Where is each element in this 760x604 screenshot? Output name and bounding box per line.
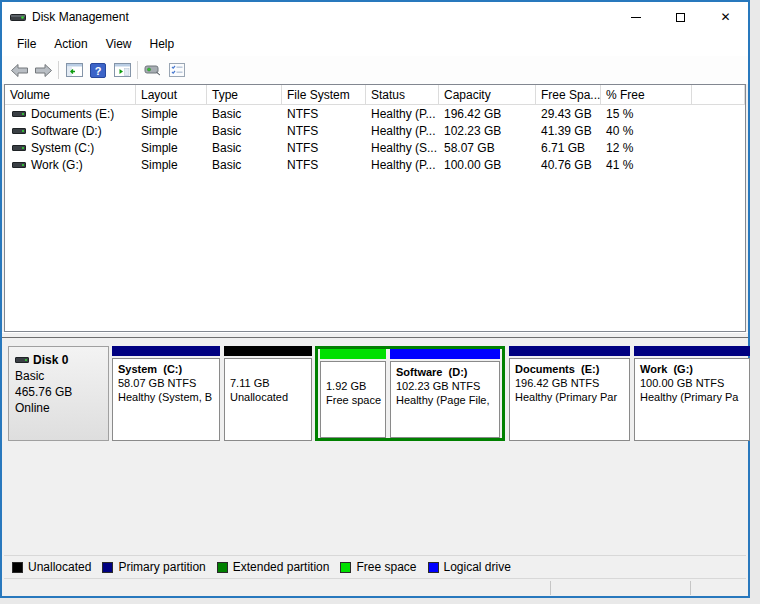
disk-drive-icon bbox=[15, 355, 29, 365]
cell-volume: System (C:) bbox=[5, 141, 136, 155]
console-tree-icon bbox=[66, 63, 83, 77]
toolbar: ? bbox=[2, 56, 748, 84]
unallocated-bar bbox=[224, 346, 312, 356]
partition-size: 7.11 GB bbox=[230, 376, 306, 390]
popup-window-button[interactable] bbox=[141, 59, 165, 81]
partition-unallocated[interactable]: 7.11 GB Unallocated bbox=[224, 346, 312, 441]
volume-drive-icon bbox=[12, 160, 26, 170]
disk0-name: Disk 0 bbox=[33, 352, 68, 368]
disk-drive-icon bbox=[10, 11, 26, 23]
cell-free-space: 29.43 GB bbox=[536, 107, 601, 121]
primary-partition-bar bbox=[509, 346, 630, 356]
menu-view[interactable]: View bbox=[97, 34, 141, 54]
partition-name: Documents (E:) bbox=[515, 362, 624, 376]
disk0-info-box[interactable]: Disk 0 Basic 465.76 GB Online bbox=[8, 346, 109, 441]
status-divider bbox=[550, 581, 551, 595]
column-header-pct-free[interactable]: % Free bbox=[601, 85, 692, 105]
disk0-size: 465.76 GB bbox=[15, 384, 102, 400]
partition-label: Free space bbox=[326, 393, 380, 407]
close-button[interactable]: ✕ bbox=[703, 2, 748, 32]
column-header-blank bbox=[692, 85, 745, 105]
title-bar: Disk Management ✕ bbox=[2, 2, 748, 32]
cell-layout: Simple bbox=[136, 141, 207, 155]
maximize-icon bbox=[676, 13, 685, 22]
toolbar-separator bbox=[58, 61, 59, 79]
cell-layout: Simple bbox=[136, 124, 207, 138]
extended-partition-swatch bbox=[217, 562, 228, 573]
column-header-status[interactable]: Status bbox=[366, 85, 439, 105]
cell-type: Basic bbox=[207, 158, 282, 172]
partition-size: 100.00 GB NTFS bbox=[640, 376, 744, 390]
cell-file-system: NTFS bbox=[282, 124, 366, 138]
popup-window-icon bbox=[144, 63, 162, 77]
column-header-volume[interactable]: Volume bbox=[5, 85, 136, 105]
cell-pct-free: 15 % bbox=[601, 107, 692, 121]
toolbar-separator bbox=[137, 61, 138, 79]
partition-status: Healthy (System, B bbox=[118, 390, 214, 404]
disk0-row: Disk 0 Basic 465.76 GB Online System (C:… bbox=[8, 346, 742, 441]
cell-status: Healthy (P... bbox=[366, 107, 439, 121]
menu-file[interactable]: File bbox=[8, 34, 45, 54]
volume-row-work[interactable]: Work (G:) Simple Basic NTFS Healthy (P..… bbox=[5, 156, 745, 173]
status-divider bbox=[690, 581, 691, 595]
cell-capacity: 58.07 GB bbox=[439, 141, 536, 155]
action-pane-icon bbox=[114, 63, 131, 77]
column-header-free-space[interactable]: Free Spa... bbox=[536, 85, 601, 105]
column-header-type[interactable]: Type bbox=[207, 85, 282, 105]
back-arrow-icon bbox=[10, 63, 29, 78]
logical-drive-bar bbox=[390, 349, 500, 359]
primary-partition-swatch bbox=[102, 562, 113, 573]
forward-button[interactable] bbox=[31, 59, 55, 81]
checklist-icon bbox=[169, 63, 185, 77]
partition-size: 102.23 GB NTFS bbox=[396, 379, 494, 393]
volume-drive-icon bbox=[12, 126, 26, 136]
minimize-button[interactable] bbox=[613, 2, 658, 32]
volume-drive-icon bbox=[12, 109, 26, 119]
maximize-button[interactable] bbox=[658, 2, 703, 32]
graphical-view-pane: Disk 0 Basic 465.76 GB Online System (C:… bbox=[4, 338, 746, 596]
legend-logical-drive: Logical drive bbox=[428, 560, 511, 574]
partition-status: Healthy (Page File, bbox=[396, 393, 494, 407]
show-action-pane-button[interactable] bbox=[110, 59, 134, 81]
menu-bar: File Action View Help bbox=[2, 32, 748, 56]
cell-status: Healthy (P... bbox=[366, 158, 439, 172]
extended-partition-group: 1.92 GB Free space Software (D:) 102.23 … bbox=[315, 346, 505, 441]
primary-partition-bar bbox=[634, 346, 750, 356]
status-bar bbox=[4, 578, 746, 596]
partition-size: 58.07 GB NTFS bbox=[118, 376, 214, 390]
cell-file-system: NTFS bbox=[282, 107, 366, 121]
column-header-layout[interactable]: Layout bbox=[136, 85, 207, 105]
column-header-capacity[interactable]: Capacity bbox=[439, 85, 536, 105]
partition-system[interactable]: System (C:) 58.07 GB NTFS Healthy (Syste… bbox=[112, 346, 220, 441]
help-button[interactable]: ? bbox=[86, 59, 110, 81]
partition-documents[interactable]: Documents (E:) 196.42 GB NTFS Healthy (P… bbox=[509, 346, 630, 441]
menu-help[interactable]: Help bbox=[141, 34, 184, 54]
cell-file-system: NTFS bbox=[282, 141, 366, 155]
disk0-status: Online bbox=[15, 400, 102, 416]
logical-drive-swatch bbox=[428, 562, 439, 573]
partition-label: Unallocated bbox=[230, 390, 306, 404]
checklist-button[interactable] bbox=[165, 59, 189, 81]
partition-free-space[interactable]: 1.92 GB Free space bbox=[320, 349, 386, 438]
volume-row-documents[interactable]: Documents (E:) Simple Basic NTFS Healthy… bbox=[5, 105, 745, 122]
window-title: Disk Management bbox=[32, 10, 129, 24]
menu-action[interactable]: Action bbox=[45, 34, 96, 54]
cell-layout: Simple bbox=[136, 158, 207, 172]
volume-row-system[interactable]: System (C:) Simple Basic NTFS Healthy (S… bbox=[5, 139, 745, 156]
volume-drive-icon bbox=[12, 143, 26, 153]
cell-status: Healthy (P... bbox=[366, 124, 439, 138]
cell-type: Basic bbox=[207, 124, 282, 138]
partition-status: Healthy (Primary Pa bbox=[640, 390, 744, 404]
show-console-tree-button[interactable] bbox=[62, 59, 86, 81]
partition-name: Software (D:) bbox=[396, 365, 494, 379]
cell-free-space: 41.39 GB bbox=[536, 124, 601, 138]
back-button[interactable] bbox=[7, 59, 31, 81]
cell-pct-free: 12 % bbox=[601, 141, 692, 155]
legend-free-space: Free space bbox=[340, 560, 416, 574]
free-space-swatch bbox=[340, 562, 351, 573]
volume-row-software[interactable]: Software (D:) Simple Basic NTFS Healthy … bbox=[5, 122, 745, 139]
column-header-file-system[interactable]: File System bbox=[282, 85, 366, 105]
partition-software[interactable]: Software (D:) 102.23 GB NTFS Healthy (Pa… bbox=[390, 349, 500, 438]
partition-work[interactable]: Work (G:) 100.00 GB NTFS Healthy (Primar… bbox=[634, 346, 750, 441]
disk0-type: Basic bbox=[15, 368, 102, 384]
